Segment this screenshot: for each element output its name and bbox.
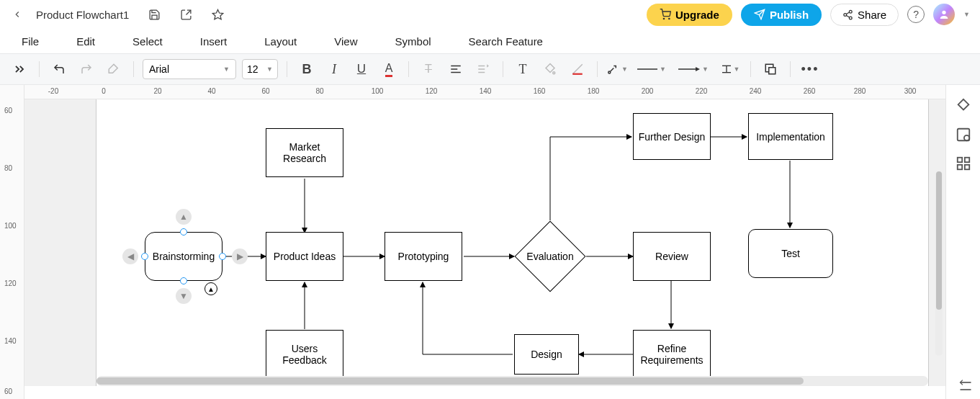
svg-rect-27 bbox=[769, 68, 776, 74]
node-label: Evaluation bbox=[526, 251, 573, 262]
expand-icon[interactable] bbox=[9, 58, 30, 80]
underline-icon[interactable]: U bbox=[351, 58, 372, 80]
svg-point-1 bbox=[663, 18, 664, 19]
connector-icon[interactable]: ▼ bbox=[606, 58, 628, 80]
node-design[interactable]: Design bbox=[514, 334, 579, 375]
svg-point-19 bbox=[608, 71, 611, 73]
connect-handle-down[interactable]: ▼ bbox=[176, 288, 192, 304]
avatar-caret-icon[interactable]: ▼ bbox=[963, 11, 970, 18]
grid-icon[interactable] bbox=[956, 156, 971, 171]
svg-rect-41 bbox=[964, 158, 968, 162]
theme-icon[interactable] bbox=[956, 98, 971, 114]
strike-icon[interactable]: T bbox=[418, 58, 439, 80]
node-label: Product Ideas bbox=[274, 251, 336, 262]
menu-file[interactable]: File bbox=[22, 35, 39, 48]
node-prototyping[interactable]: Prototyping bbox=[385, 232, 462, 281]
save-icon[interactable] bbox=[148, 8, 161, 21]
vertical-scrollbar[interactable] bbox=[935, 171, 943, 356]
svg-point-10 bbox=[942, 11, 945, 14]
node-product-ideas[interactable]: Product Ideas bbox=[266, 232, 343, 281]
svg-line-8 bbox=[846, 15, 849, 17]
export-icon[interactable] bbox=[179, 8, 192, 21]
fill-icon[interactable] bbox=[539, 58, 561, 80]
menu-view[interactable]: View bbox=[334, 35, 357, 48]
node-label: Refine Requirements bbox=[637, 343, 707, 366]
size-select[interactable]: 12▼ bbox=[242, 59, 278, 79]
separator bbox=[503, 61, 503, 77]
node-label: Market Research bbox=[269, 141, 340, 164]
resize-handle-bottom[interactable] bbox=[180, 277, 187, 284]
svg-marker-22 bbox=[696, 67, 700, 71]
node-market-research[interactable]: Market Research bbox=[266, 128, 343, 177]
svg-rect-38 bbox=[957, 129, 969, 141]
line-spacing-icon[interactable] bbox=[472, 58, 494, 80]
back-button[interactable] bbox=[10, 7, 24, 22]
svg-marker-0 bbox=[212, 9, 222, 19]
resize-handle-right[interactable] bbox=[219, 253, 226, 260]
node-implementation[interactable]: Implementation bbox=[748, 113, 833, 160]
node-brainstorming[interactable]: Brainstorming bbox=[145, 232, 222, 281]
share-label: Share bbox=[858, 9, 886, 21]
size-value: 12 bbox=[247, 63, 259, 75]
svg-rect-43 bbox=[964, 165, 968, 169]
menu-select[interactable]: Select bbox=[132, 35, 163, 48]
node-refine-requirements[interactable]: Refine Requirements bbox=[633, 330, 711, 379]
settings-panel-icon[interactable] bbox=[956, 127, 971, 143]
menu-layout[interactable]: Layout bbox=[264, 35, 297, 48]
separator bbox=[597, 61, 598, 77]
horizontal-scrollbar[interactable] bbox=[96, 376, 928, 386]
text-tool-icon[interactable]: T bbox=[512, 58, 534, 80]
node-evaluation[interactable]: Evaluation bbox=[525, 231, 575, 282]
spacing-icon[interactable]: ▼ bbox=[717, 58, 742, 80]
font-select[interactable]: Arial▼ bbox=[143, 59, 236, 79]
node-label: Implementation bbox=[756, 131, 825, 143]
svg-rect-40 bbox=[957, 158, 961, 162]
node-review[interactable]: Review bbox=[633, 232, 711, 281]
menu-edit[interactable]: Edit bbox=[76, 35, 95, 48]
stroke-color-icon[interactable] bbox=[567, 58, 588, 80]
redo-icon[interactable] bbox=[76, 58, 97, 80]
position-icon[interactable] bbox=[760, 58, 781, 80]
connect-handle-left[interactable]: ◀ bbox=[122, 248, 138, 264]
node-further-design[interactable]: Further Design bbox=[633, 113, 711, 160]
font-color-icon[interactable]: A bbox=[378, 58, 400, 80]
menu-insert[interactable]: Insert bbox=[200, 35, 228, 48]
publish-button[interactable]: Publish bbox=[741, 4, 822, 26]
menu-search[interactable]: Search Feature bbox=[469, 35, 543, 48]
italic-icon[interactable]: I bbox=[323, 58, 345, 80]
node-label: Prototyping bbox=[398, 251, 449, 262]
share-button[interactable]: Share bbox=[830, 4, 899, 26]
arrow-style-icon[interactable]: ▼ bbox=[675, 58, 711, 80]
more-icon[interactable]: ••• bbox=[799, 58, 821, 80]
layers-icon[interactable] bbox=[958, 379, 973, 393]
svg-line-9 bbox=[846, 12, 849, 14]
scrollbar-thumb[interactable] bbox=[96, 377, 804, 385]
upgrade-button[interactable]: Upgrade bbox=[647, 4, 732, 26]
menu-symbol[interactable]: Symbol bbox=[395, 35, 431, 48]
line-style-icon[interactable]: ▼ bbox=[634, 58, 670, 80]
node-label: Further Design bbox=[639, 131, 706, 143]
font-value: Arial bbox=[149, 63, 169, 75]
undo-icon[interactable] bbox=[48, 58, 70, 80]
resize-handle-top[interactable] bbox=[180, 228, 187, 236]
side-panel bbox=[945, 85, 980, 399]
star-icon[interactable] bbox=[211, 8, 224, 21]
connect-handle-right[interactable]: ▶ bbox=[232, 248, 248, 264]
rotate-handle[interactable]: ▲ bbox=[204, 282, 217, 295]
svg-point-39 bbox=[963, 135, 968, 140]
bold-icon[interactable]: B bbox=[296, 58, 318, 80]
separator bbox=[790, 61, 791, 77]
svg-point-5 bbox=[849, 10, 852, 13]
help-icon[interactable]: ? bbox=[907, 6, 925, 23]
node-users-feedback[interactable]: Users Feedback bbox=[266, 330, 343, 379]
node-label: Design bbox=[531, 349, 562, 360]
canvas[interactable]: Brainstorming ▲ ▼ ◀ ▶ ▲ Market Research … bbox=[24, 99, 945, 386]
connect-handle-up[interactable]: ▲ bbox=[176, 209, 192, 225]
format-painter-icon[interactable] bbox=[103, 58, 125, 80]
scrollbar-thumb[interactable] bbox=[936, 171, 942, 310]
resize-handle-left[interactable] bbox=[141, 253, 148, 260]
avatar[interactable] bbox=[933, 4, 955, 25]
align-icon[interactable] bbox=[445, 58, 467, 80]
node-test[interactable]: Test bbox=[748, 229, 833, 278]
document-title: Product Flowchart1 bbox=[36, 9, 129, 21]
